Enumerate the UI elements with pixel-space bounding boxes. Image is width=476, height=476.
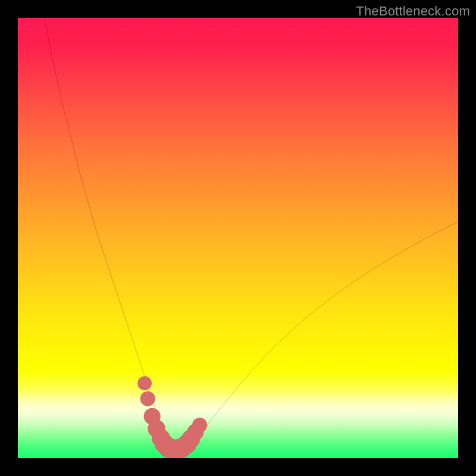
curve-layer: [18, 18, 458, 458]
bottleneck-curve: [44, 18, 458, 449]
highlight-dot: [140, 392, 155, 406]
plot-area: [18, 18, 458, 458]
highlight-dot: [192, 418, 207, 433]
chart-frame: TheBottleneck.com: [0, 0, 476, 476]
highlight-dot: [137, 376, 152, 390]
watermark-text: TheBottleneck.com: [356, 4, 470, 19]
highlight-dots: [137, 376, 207, 458]
